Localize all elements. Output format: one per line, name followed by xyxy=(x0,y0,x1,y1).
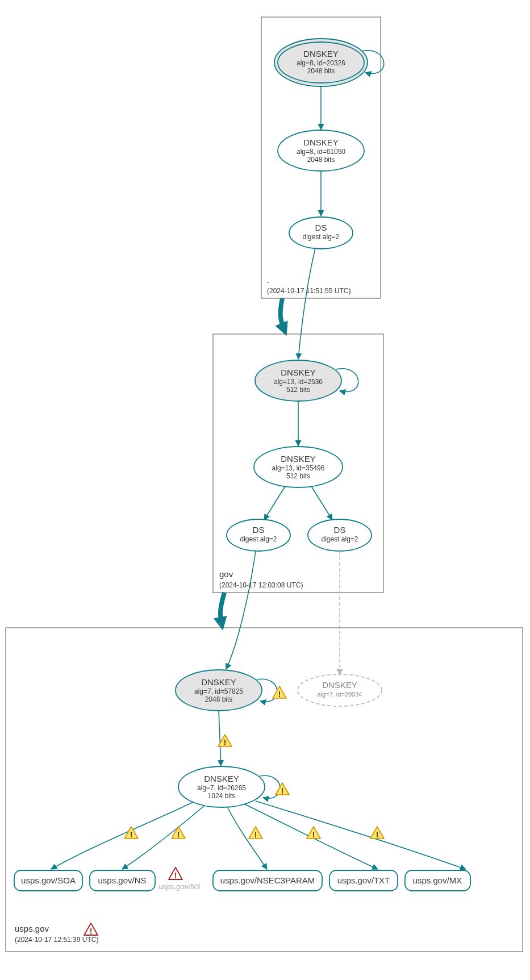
svg-text:alg=13, id=35496: alg=13, id=35496 xyxy=(272,464,325,472)
error-icon-zone-usps[interactable]: ! xyxy=(84,923,98,936)
node-usps-zsk[interactable]: DNSKEY alg=7, id=26265 1024 bits xyxy=(178,766,265,807)
rrset-txt[interactable]: usps.gov/TXT xyxy=(329,870,398,891)
svg-text:!: ! xyxy=(177,830,180,839)
svg-text:usps.gov/TXT: usps.gov/TXT xyxy=(337,875,390,885)
svg-text:digest alg=2: digest alg=2 xyxy=(321,535,358,543)
svg-text:DNSKEY: DNSKEY xyxy=(322,680,357,690)
zone-time-usps: (2024-10-17 12:51:39 UTC) xyxy=(15,936,98,944)
zone-time-gov: (2024-10-17 12:03:08 UTC) xyxy=(219,581,303,589)
svg-text:alg=7, id=26265: alg=7, id=26265 xyxy=(197,784,246,792)
node-usps-phantom[interactable]: DNSKEY alg=7, id=20034 xyxy=(298,674,382,706)
warning-icon-mx[interactable]: ! xyxy=(370,827,384,839)
svg-text:alg=7, id=57825: alg=7, id=57825 xyxy=(194,687,243,695)
node-gov-ds2[interactable]: DS digest alg=2 xyxy=(308,519,372,551)
node-usps-ksk[interactable]: DNSKEY alg=7, id=57825 2048 bits xyxy=(176,670,262,711)
dnssec-diagram: . (2024-10-17 11:51:55 UTC) DNSKEY alg=8… xyxy=(0,0,530,980)
svg-text:DS: DS xyxy=(334,525,346,535)
svg-text:!: ! xyxy=(174,871,177,880)
svg-text:alg=13, id=2536: alg=13, id=2536 xyxy=(274,378,323,386)
svg-text:512 bits: 512 bits xyxy=(286,386,310,394)
warning-icon-usps-ksk-loop[interactable]: ! xyxy=(273,686,286,699)
edge-zone-root-to-gov xyxy=(281,298,284,330)
edge-zsk-to-mx xyxy=(256,801,466,869)
svg-text:!: ! xyxy=(254,830,257,839)
svg-text:1024 bits: 1024 bits xyxy=(208,792,236,800)
warning-icon-ns[interactable]: ! xyxy=(172,827,185,839)
svg-text:DNSKEY: DNSKEY xyxy=(281,454,316,464)
node-root-zsk[interactable]: DNSKEY alg=8, id=61050 2048 bits xyxy=(278,130,364,171)
zone-title-root: . xyxy=(267,275,269,285)
edge-gov-zsk-to-ds1 xyxy=(264,486,285,520)
svg-text:usps.gov/NS: usps.gov/NS xyxy=(98,875,146,885)
rrset-mx[interactable]: usps.gov/MX xyxy=(405,870,470,891)
warning-icon-usps-zsk-loop[interactable]: ! xyxy=(276,783,289,795)
rrset-soa[interactable]: usps.gov/SOA xyxy=(14,870,82,891)
svg-text:DNSKEY: DNSKEY xyxy=(281,368,316,377)
svg-text:alg=8, id=61050: alg=8, id=61050 xyxy=(297,148,345,156)
svg-text:!: ! xyxy=(281,786,284,795)
node-gov-ds1[interactable]: DS digest alg=2 xyxy=(227,519,290,551)
svg-text:2048 bits: 2048 bits xyxy=(307,156,335,164)
rrset-nsec3param[interactable]: usps.gov/NSEC3PARAM xyxy=(213,870,322,891)
svg-text:usps.gov/SOA: usps.gov/SOA xyxy=(21,875,76,885)
svg-text:!: ! xyxy=(278,690,281,699)
svg-text:usps.gov/NS: usps.gov/NS xyxy=(158,882,201,891)
svg-text:digest alg=2: digest alg=2 xyxy=(240,535,277,543)
svg-text:digest alg=2: digest alg=2 xyxy=(302,233,339,241)
zone-title-gov: gov xyxy=(219,569,233,579)
svg-text:alg=8, id=20326: alg=8, id=20326 xyxy=(297,59,345,67)
edge-gov-zsk-to-ds2 xyxy=(311,486,332,520)
svg-text:512 bits: 512 bits xyxy=(286,472,310,480)
svg-text:!: ! xyxy=(312,830,315,839)
error-icon-ns-ghost[interactable]: ! xyxy=(169,868,182,880)
svg-text:DS: DS xyxy=(315,223,327,232)
node-root-ksk[interactable]: DNSKEY alg=8, id=20326 2048 bits xyxy=(274,39,368,86)
svg-text:!: ! xyxy=(130,830,133,839)
rrset-ns[interactable]: usps.gov/NS xyxy=(90,870,155,891)
svg-text:2048 bits: 2048 bits xyxy=(205,695,233,703)
node-gov-ksk[interactable]: DNSKEY alg=13, id=2536 512 bits xyxy=(255,360,341,401)
edge-zone-gov-to-usps xyxy=(220,593,224,624)
edge-root-ds-to-gov-ksk xyxy=(298,248,315,359)
svg-point-32 xyxy=(298,674,382,706)
svg-text:2048 bits: 2048 bits xyxy=(307,67,335,75)
svg-text:DNSKEY: DNSKEY xyxy=(303,49,339,59)
svg-text:!: ! xyxy=(376,830,379,839)
svg-text:!: ! xyxy=(224,738,227,747)
warning-icon-nsec3param[interactable]: ! xyxy=(249,827,262,839)
svg-text:DNSKEY: DNSKEY xyxy=(303,137,339,147)
node-gov-zsk[interactable]: DNSKEY alg=13, id=35496 512 bits xyxy=(254,447,343,487)
svg-text:!: ! xyxy=(90,927,93,936)
zone-time-root: (2024-10-17 11:51:55 UTC) xyxy=(267,287,350,295)
svg-text:usps.gov/MX: usps.gov/MX xyxy=(413,875,462,885)
edge-zsk-to-soa xyxy=(51,802,193,869)
node-root-ds[interactable]: DS digest alg=2 xyxy=(289,217,353,249)
svg-text:DNSKEY: DNSKEY xyxy=(201,677,236,687)
edge-usps-ksk-to-zsk xyxy=(219,711,221,766)
zone-title-usps: usps.gov xyxy=(15,924,49,933)
warning-icon-txt[interactable]: ! xyxy=(307,827,320,839)
rrset-ns-ghost[interactable]: ! usps.gov/NS xyxy=(158,868,201,891)
svg-text:usps.gov/NSEC3PARAM: usps.gov/NSEC3PARAM xyxy=(220,875,315,885)
svg-text:alg=7, id=20034: alg=7, id=20034 xyxy=(318,691,362,698)
svg-text:DNSKEY: DNSKEY xyxy=(204,774,239,783)
svg-text:DS: DS xyxy=(253,525,265,535)
